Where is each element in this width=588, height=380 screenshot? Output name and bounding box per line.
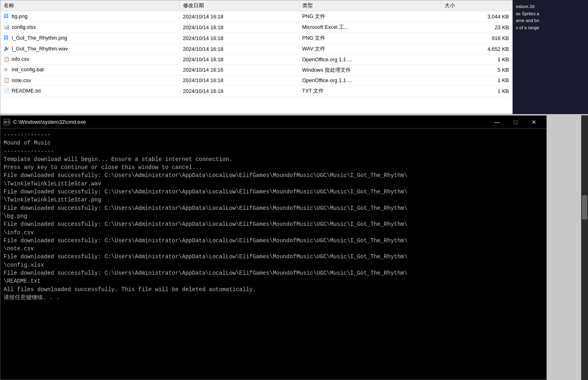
file-size-cell: 918 KB bbox=[441, 33, 512, 44]
file-icon: 🖼 bbox=[4, 35, 10, 41]
cmd-line: \config.xlsx bbox=[4, 261, 543, 269]
file-type-cell: PNG 文件 bbox=[299, 33, 441, 44]
file-size-cell: 5 KB bbox=[441, 64, 512, 75]
file-icon: ⚙ bbox=[4, 67, 10, 73]
maximize-button[interactable]: □ bbox=[506, 116, 525, 129]
cmd-line: \TwinkleTwinkleLittleStar.png bbox=[4, 196, 543, 204]
cmd-line: \note.csv bbox=[4, 245, 543, 253]
cmd-line: All files downloaded successfully. This … bbox=[4, 286, 543, 294]
cmd-line: Mound of Music bbox=[4, 139, 543, 147]
file-date-cell: 2024/10/14 16:18 bbox=[180, 54, 299, 65]
file-icon: 📋 bbox=[4, 56, 10, 63]
file-type-cell: Windows 批处理文件 bbox=[299, 64, 441, 75]
file-table: 名称 修改日期 类型 大小 🖼bg.png 2024/10/14 16:18 P… bbox=[0, 0, 512, 97]
file-size-cell: 3,044 KB bbox=[441, 11, 512, 22]
cmd-body: --------------Mound of Music------------… bbox=[0, 129, 546, 380]
minimize-button[interactable]: — bbox=[488, 116, 506, 129]
file-type-cell: TXT 文件 bbox=[299, 86, 441, 97]
file-type-cell: Microsoft Excel 工... bbox=[299, 22, 441, 33]
cmd-line: 请按任意键继续. . . bbox=[4, 294, 543, 302]
file-type-cell: WAV 文件 bbox=[299, 44, 441, 54]
col-date[interactable]: 修改日期 bbox=[180, 0, 299, 11]
cmd-line: Press any key to continue or close this … bbox=[4, 163, 543, 171]
col-name[interactable]: 名称 bbox=[0, 0, 180, 11]
table-row[interactable]: ⚙init_config.bat 2024/10/14 16:16 Window… bbox=[0, 64, 512, 75]
cmd-line: \info.csv bbox=[4, 229, 543, 237]
file-type-cell: PNG 文件 bbox=[299, 11, 441, 22]
table-row[interactable]: 📄README.txt 2024/10/14 16:18 TXT 文件 1 KB bbox=[0, 86, 512, 97]
table-row[interactable]: 🔊I_Got_The_Rhythm.wav 2024/10/14 16:18 W… bbox=[0, 44, 512, 54]
file-explorer-window: 名称 修改日期 类型 大小 🖼bg.png 2024/10/14 16:18 P… bbox=[0, 0, 513, 114]
table-row[interactable]: 🖼I_Got_The_Rhythm.png 2024/10/14 16:18 P… bbox=[0, 33, 512, 44]
cmd-line: -------------- bbox=[4, 131, 543, 139]
file-date-cell: 2024/10/14 16:18 bbox=[180, 44, 299, 54]
close-button[interactable]: ✕ bbox=[525, 116, 543, 129]
file-name-cell: 📊config.xlsx bbox=[0, 22, 180, 33]
right-panel-line: ame and bo bbox=[516, 17, 585, 24]
cmd-line: File downloaded successfully: C:\Users\A… bbox=[4, 237, 543, 245]
file-icon: 🔊 bbox=[4, 46, 10, 52]
file-date-cell: 2024/10/14 16:18 bbox=[180, 75, 299, 86]
file-date-cell: 2024/10/14 16:18 bbox=[180, 22, 299, 33]
cmd-app-icon: C:\ bbox=[4, 119, 10, 125]
file-icon: 📋 bbox=[4, 77, 10, 84]
file-size-cell: 1 KB bbox=[441, 75, 512, 86]
cmd-line: File downloaded successfully: C:\Users\A… bbox=[4, 204, 543, 212]
cmd-line: \bg.png bbox=[4, 212, 543, 220]
file-name-cell: 🔊I_Got_The_Rhythm.wav bbox=[0, 44, 180, 54]
cmd-line: Template download will begin... Ensure a… bbox=[4, 155, 543, 163]
table-row[interactable]: 📊config.xlsx 2024/10/14 16:18 Microsoft … bbox=[0, 22, 512, 33]
file-name-cell: 📋note.csv bbox=[0, 75, 180, 86]
right-panel: eature.2das Sprites aame and bos of a ra… bbox=[513, 0, 588, 114]
cmd-line: File downloaded successfully: C:\Users\A… bbox=[4, 269, 543, 277]
file-name-cell: ⚙init_config.bat bbox=[0, 64, 180, 75]
file-name-cell: 📄README.txt bbox=[0, 86, 180, 97]
cmd-line: \README.txt bbox=[4, 277, 543, 285]
cmd-line: \TwinkleTwinkleLittleStar.wav bbox=[4, 180, 543, 188]
cmd-scrollbar-thumb[interactable] bbox=[582, 195, 587, 219]
cmd-line: File downloaded successfully: C:\Users\A… bbox=[4, 253, 543, 261]
right-panel-line: as Sprites a bbox=[516, 10, 585, 18]
col-size[interactable]: 大小 bbox=[441, 0, 512, 11]
file-name-cell: 📋info.csv bbox=[0, 54, 180, 65]
file-size-cell: 4,652 KB bbox=[441, 44, 512, 54]
file-date-cell: 2024/10/14 16:16 bbox=[180, 64, 299, 75]
cmd-titlebar: C:\ C:\Windows\system32\cmd.exe — □ ✕ bbox=[0, 116, 546, 129]
col-type[interactable]: 类型 bbox=[299, 0, 441, 11]
file-icon: 📄 bbox=[4, 88, 10, 94]
cmd-line: --------------- bbox=[4, 147, 543, 155]
file-name-cell: 🖼bg.png bbox=[0, 11, 180, 22]
table-row[interactable]: 📋note.csv 2024/10/14 16:18 OpenOffice.or… bbox=[0, 75, 512, 86]
file-type-cell: OpenOffice.org 1.1 ... bbox=[299, 54, 441, 65]
cmd-title: C:\Windows\system32\cmd.exe bbox=[13, 119, 86, 125]
table-row[interactable]: 📋info.csv 2024/10/14 16:18 OpenOffice.or… bbox=[0, 54, 512, 65]
file-date-cell: 2024/10/14 16:18 bbox=[180, 86, 299, 97]
file-date-cell: 2024/10/14 16:18 bbox=[180, 11, 299, 22]
right-panel-text: eature.2das Sprites aame and bos of a ra… bbox=[516, 3, 585, 31]
file-icon: 🖼 bbox=[4, 13, 10, 20]
table-row[interactable]: 🖼bg.png 2024/10/14 16:18 PNG 文件 3,044 KB bbox=[0, 11, 512, 22]
cmd-titlebar-controls: — □ ✕ bbox=[488, 116, 543, 129]
cmd-line: File downloaded successfully: C:\Users\A… bbox=[4, 220, 543, 228]
cmd-line: File downloaded successfully: C:\Users\A… bbox=[4, 171, 543, 179]
cmd-line: File downloaded successfully: C:\Users\A… bbox=[4, 188, 543, 196]
file-size-cell: 1 KB bbox=[441, 86, 512, 97]
file-size-cell: 1 KB bbox=[441, 54, 512, 65]
file-date-cell: 2024/10/14 16:18 bbox=[180, 33, 299, 44]
file-type-cell: OpenOffice.org 1.1 ... bbox=[299, 75, 441, 86]
cmd-scrollbar[interactable] bbox=[581, 115, 588, 380]
file-icon: 📊 bbox=[4, 24, 10, 30]
file-size-cell: 23 KB bbox=[441, 22, 512, 33]
file-name-cell: 🖼I_Got_The_Rhythm.png bbox=[0, 33, 180, 44]
cmd-window: C:\ C:\Windows\system32\cmd.exe — □ ✕ --… bbox=[0, 115, 547, 380]
cmd-titlebar-left: C:\ C:\Windows\system32\cmd.exe bbox=[4, 119, 86, 125]
right-panel-line: eature.2d bbox=[516, 3, 585, 10]
right-panel-line: s of a range bbox=[516, 24, 585, 32]
